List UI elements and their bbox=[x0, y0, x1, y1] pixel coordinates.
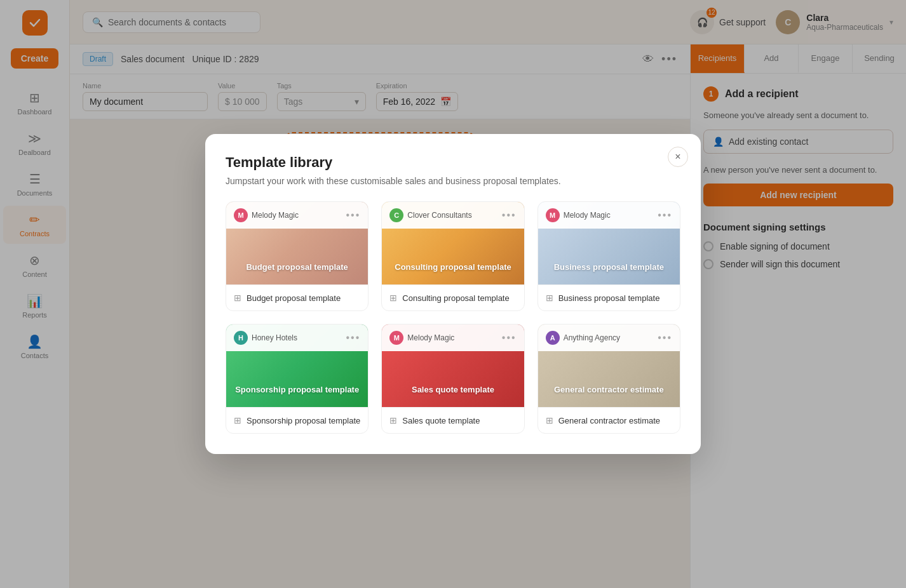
template-preview-contractor: A Anything Agency ••• General contractor… bbox=[538, 324, 680, 407]
template-overlay-text-business: Business proposal template bbox=[546, 262, 672, 272]
template-table-icon-sponsorship: ⊞ bbox=[234, 415, 241, 425]
template-logo-contractor: A bbox=[546, 331, 560, 345]
template-preview-consulting: C Clover Consultants ••• Consulting prop… bbox=[382, 202, 524, 284]
template-company-budget: Melody Magic bbox=[252, 211, 299, 220]
template-name-sponsorship: Sponsorship proposal template bbox=[247, 416, 360, 425]
template-logo-consulting: C bbox=[389, 208, 403, 222]
template-card-contractor[interactable]: A Anything Agency ••• General contractor… bbox=[538, 324, 680, 434]
template-name-contractor: General contractor estimate bbox=[558, 416, 660, 425]
modal-close-button[interactable]: × bbox=[668, 147, 688, 167]
template-logo-business: M bbox=[546, 208, 560, 222]
template-more-budget[interactable]: ••• bbox=[346, 210, 361, 221]
template-logo-budget: M bbox=[234, 208, 248, 222]
template-meta-bar-sales: M Melody Magic ••• bbox=[382, 324, 524, 351]
template-logo-sponsorship: H bbox=[234, 331, 248, 345]
template-more-sponsorship[interactable]: ••• bbox=[346, 332, 361, 344]
template-overlay-text-budget: Budget proposal template bbox=[234, 262, 360, 272]
template-overlay-text-sales: Sales quote template bbox=[389, 385, 516, 394]
template-card-budget[interactable]: M Melody Magic ••• Budget proposal templ… bbox=[226, 201, 368, 311]
template-table-icon-consulting: ⊞ bbox=[389, 293, 397, 303]
template-card-consulting[interactable]: C Clover Consultants ••• Consulting prop… bbox=[381, 201, 524, 311]
template-info-consulting: ⊞ Consulting proposal template bbox=[382, 284, 524, 311]
template-more-consulting[interactable]: ••• bbox=[502, 210, 517, 221]
template-company-sponsorship: Honey Hotels bbox=[252, 333, 297, 342]
template-library-modal: × Template library Jumpstart your work w… bbox=[205, 134, 701, 454]
template-preview-sponsorship: H Honey Hotels ••• Sponsorship proposal … bbox=[226, 324, 368, 407]
template-logo-sales: M bbox=[389, 331, 403, 345]
template-preview-budget: M Melody Magic ••• Budget proposal templ… bbox=[226, 202, 368, 284]
template-overlay-text-sponsorship: Sponsorship proposal template bbox=[234, 385, 360, 394]
template-table-icon-sales: ⊞ bbox=[389, 415, 397, 425]
template-info-sales: ⊞ Sales quote template bbox=[382, 407, 524, 433]
template-name-consulting: Consulting proposal template bbox=[402, 293, 509, 303]
template-more-sales[interactable]: ••• bbox=[502, 332, 517, 344]
template-table-icon-business: ⊞ bbox=[546, 293, 553, 303]
template-table-icon-budget: ⊞ bbox=[234, 293, 241, 303]
template-info-business: ⊞ Business proposal template bbox=[538, 284, 680, 311]
template-name-sales: Sales quote template bbox=[402, 416, 480, 425]
template-meta-bar-consulting: C Clover Consultants ••• bbox=[382, 202, 524, 229]
template-company-contractor: Anything Agency bbox=[564, 333, 620, 342]
template-card-business[interactable]: M Melody Magic ••• Business proposal tem… bbox=[538, 201, 680, 311]
modal-overlay[interactable]: × Template library Jumpstart your work w… bbox=[0, 0, 906, 588]
template-name-budget: Budget proposal template bbox=[247, 293, 341, 303]
template-company-sales: Melody Magic bbox=[407, 333, 454, 342]
template-table-icon-contractor: ⊞ bbox=[546, 415, 553, 425]
modal-title: Template library bbox=[226, 154, 680, 171]
template-preview-business: M Melody Magic ••• Business proposal tem… bbox=[538, 202, 680, 284]
template-more-business[interactable]: ••• bbox=[658, 210, 672, 221]
template-card-sponsorship[interactable]: H Honey Hotels ••• Sponsorship proposal … bbox=[226, 324, 368, 434]
template-overlay-text-consulting: Consulting proposal template bbox=[389, 262, 516, 272]
template-meta-bar-budget: M Melody Magic ••• bbox=[226, 202, 368, 229]
template-meta-bar-contractor: A Anything Agency ••• bbox=[538, 324, 680, 351]
template-info-contractor: ⊞ General contractor estimate bbox=[538, 407, 680, 433]
template-preview-sales: M Melody Magic ••• Sales quote template bbox=[382, 324, 524, 407]
template-info-sponsorship: ⊞ Sponsorship proposal template bbox=[226, 407, 368, 433]
template-grid: M Melody Magic ••• Budget proposal templ… bbox=[226, 201, 680, 434]
modal-subtitle: Jumpstart your work with these customisa… bbox=[226, 176, 680, 186]
template-company-business: Melody Magic bbox=[564, 211, 611, 220]
template-overlay-text-contractor: General contractor estimate bbox=[546, 385, 672, 394]
template-meta-bar-sponsorship: H Honey Hotels ••• bbox=[226, 324, 368, 351]
template-meta-bar-business: M Melody Magic ••• bbox=[538, 202, 680, 229]
template-company-consulting: Clover Consultants bbox=[407, 211, 471, 220]
template-name-business: Business proposal template bbox=[558, 293, 660, 303]
template-more-contractor[interactable]: ••• bbox=[658, 332, 672, 344]
template-info-budget: ⊞ Budget proposal template bbox=[226, 284, 368, 311]
template-card-sales[interactable]: M Melody Magic ••• Sales quote template … bbox=[381, 324, 524, 434]
